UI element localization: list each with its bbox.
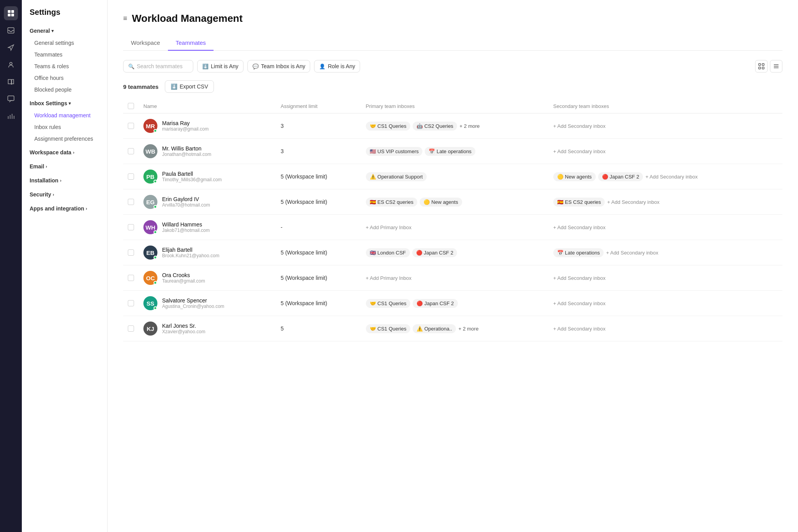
row-select-checkbox[interactable]: [128, 224, 134, 230]
inbox-tag[interactable]: 🟡New agents: [420, 198, 462, 207]
row-select-checkbox[interactable]: [128, 173, 134, 180]
row-select-checkbox[interactable]: [128, 325, 134, 332]
sidebar-item-teammates[interactable]: Teammates: [22, 49, 107, 60]
teammate-email: Agustina_Cronin@yahoo.com: [162, 304, 224, 309]
inbox-label: CS1 Queries: [378, 326, 406, 332]
inbox-tag[interactable]: 🇬🇧London CSF: [366, 248, 410, 257]
rail-icon-chart[interactable]: [4, 109, 18, 123]
sidebar-section-header-inbox[interactable]: Inbox Settings ▾: [22, 97, 107, 110]
row-select-checkbox[interactable]: [128, 249, 134, 256]
inbox-tag[interactable]: 🤖CS2 Queries: [413, 122, 457, 131]
rail-icon-inbox[interactable]: [4, 23, 18, 37]
rail-icon-contacts[interactable]: [4, 58, 18, 72]
sidebar-section-header-workspace-data[interactable]: Workspace data ›: [22, 146, 107, 159]
tab-workspace[interactable]: Workspace: [123, 35, 168, 51]
add-secondary-inbox-link[interactable]: + Add Secondary inbox: [606, 250, 658, 256]
inbox-emoji: 🤝: [370, 300, 376, 306]
inbox-tag[interactable]: 🔴Japan CSF 2: [598, 172, 643, 181]
row-select-checkbox[interactable]: [128, 123, 134, 129]
inbox-tag[interactable]: 🇪🇸ES CS2 queries: [366, 198, 418, 207]
svg-rect-7: [759, 64, 761, 65]
teammate-info: Karl Jones Sr. Xzavier@yahoo.com: [162, 323, 205, 334]
card-view-button[interactable]: [755, 60, 768, 72]
primary-inboxes-5: 🇬🇧London CSF🔴Japan CSF 2: [361, 240, 549, 265]
sidebar-item-workload[interactable]: Workload management: [22, 110, 107, 121]
add-secondary-inbox-link[interactable]: + Add Secondary inbox: [553, 326, 606, 332]
select-all-checkbox[interactable]: [128, 103, 134, 109]
table-meta: 9 teammates ⬇️ Export CSV: [123, 80, 782, 93]
inbox-tag[interactable]: 🤝CS1 Queries: [366, 122, 410, 131]
inbox-tag[interactable]: 🤝CS1 Queries: [366, 299, 410, 308]
sidebar-section-header-email[interactable]: Email ›: [22, 160, 107, 173]
add-secondary-inbox-link[interactable]: + Add Secondary inbox: [553, 224, 606, 230]
inbox-label: CS1 Queries: [378, 300, 406, 306]
menu-icon[interactable]: ≡: [123, 14, 127, 23]
sidebar-item-assignment-prefs[interactable]: Assignment preferences: [22, 133, 107, 145]
tab-bar: Workspace Teammates: [123, 35, 782, 51]
inbox-tag[interactable]: 📅Late operations: [425, 147, 475, 156]
add-secondary-inbox-link[interactable]: + Add Secondary inbox: [645, 174, 697, 180]
add-primary-inbox-link[interactable]: + Add Primary Inbox: [366, 224, 411, 230]
svg-rect-10: [762, 67, 764, 69]
rail-icon-grid[interactable]: [4, 6, 18, 20]
add-secondary-inbox-link[interactable]: + Add Secondary inbox: [553, 300, 606, 306]
rail-icon-chat[interactable]: [4, 92, 18, 106]
inbox-tag[interactable]: 🇪🇸ES CS2 queries: [553, 198, 605, 207]
sidebar-item-teams-roles[interactable]: Teams & roles: [22, 60, 107, 72]
sidebar-item-blocked-people[interactable]: Blocked people: [22, 84, 107, 95]
sidebar-section-header-general[interactable]: General ▾: [22, 25, 107, 37]
sidebar-section-header-apps[interactable]: Apps and integration ›: [22, 202, 107, 215]
sidebar-section-header-security[interactable]: Security ›: [22, 188, 107, 201]
svg-rect-6: [8, 96, 14, 101]
col-secondary: Secondary team inboxes: [549, 99, 782, 113]
assignment-limit-2: 5 (Workspace limit): [276, 164, 361, 189]
sidebar-section-header-installation[interactable]: Installation ›: [22, 174, 107, 187]
role-filter-button[interactable]: 👤 Role is Any: [314, 60, 360, 72]
secondary-inboxes-6: + Add Secondary inbox: [549, 265, 782, 291]
inbox-tag[interactable]: ⚠️Operationa..: [413, 324, 456, 333]
teammate-cell: OC Ora Crooks Taurean@gmail.com: [143, 271, 271, 285]
avatar: EG: [143, 195, 157, 209]
add-secondary-inbox-link[interactable]: + Add Secondary inbox: [607, 199, 659, 205]
export-csv-button[interactable]: ⬇️ Export CSV: [165, 80, 214, 93]
inbox-tag[interactable]: 🤝CS1 Queries: [366, 324, 410, 333]
teammate-name-cell-1: WB Mr. Willis Barton Jonathan@hotmail.co…: [139, 139, 276, 164]
team-inbox-filter-button[interactable]: 💬 Team Inbox is Any: [247, 60, 311, 72]
inbox-tag[interactable]: 🔴Japan CSF 2: [412, 248, 457, 257]
sidebar-item-general-settings[interactable]: General settings: [22, 37, 107, 49]
inbox-tag[interactable]: ⚠️Operational Support: [366, 172, 427, 181]
row-select-checkbox[interactable]: [128, 300, 134, 306]
inbox-tag[interactable]: 📅Late operations: [553, 248, 604, 257]
add-secondary-inbox-link[interactable]: + Add Secondary inbox: [553, 123, 606, 129]
inbox-emoji: 📅: [429, 148, 435, 154]
row-select-checkbox[interactable]: [128, 275, 134, 281]
rail-icon-send[interactable]: [4, 41, 18, 55]
add-secondary-inbox-link[interactable]: + Add Secondary inbox: [553, 148, 606, 154]
sidebar-item-inbox-rules[interactable]: Inbox rules: [22, 121, 107, 133]
add-primary-inbox-link[interactable]: + Add Primary Inbox: [366, 275, 411, 281]
rail-icon-book[interactable]: [4, 75, 18, 89]
secondary-inboxes-8: + Add Secondary inbox: [549, 316, 782, 341]
teammate-name-cell-6: OC Ora Crooks Taurean@gmail.com: [139, 265, 276, 291]
inbox-label: ES CS2 queries: [565, 199, 601, 205]
inbox-emoji: 🟡: [424, 199, 430, 205]
limit-filter-button[interactable]: ⬇️ Limit is Any: [197, 60, 244, 72]
col-primary: Primary team inboxes: [361, 99, 549, 113]
search-box[interactable]: 🔍 Search teammates: [123, 60, 193, 72]
tab-teammates[interactable]: Teammates: [168, 35, 214, 51]
sidebar-item-office-hours[interactable]: Office hours: [22, 72, 107, 84]
inbox-tag[interactable]: 🟡New agents: [553, 172, 596, 181]
avatar: PB: [143, 170, 157, 184]
inbox-tag[interactable]: 🇺🇸US VIP customers: [366, 147, 423, 156]
row-checkbox-2: [123, 164, 139, 189]
inbox-label: Japan CSF 2: [424, 250, 454, 256]
team-inbox-filter-label: Team Inbox is Any: [261, 63, 305, 69]
row-select-checkbox[interactable]: [128, 148, 134, 154]
svg-rect-2: [8, 14, 11, 16]
list-view-button[interactable]: [770, 60, 782, 72]
inbox-tag[interactable]: 🔴Japan CSF 2: [413, 299, 458, 308]
add-secondary-inbox-link[interactable]: + Add Secondary inbox: [553, 275, 606, 281]
teammate-info: Erin Gaylord IV Arvilla70@hotmail.com: [162, 196, 210, 208]
row-select-checkbox[interactable]: [128, 199, 134, 205]
chevron-right-icon-installation: ›: [60, 178, 62, 183]
